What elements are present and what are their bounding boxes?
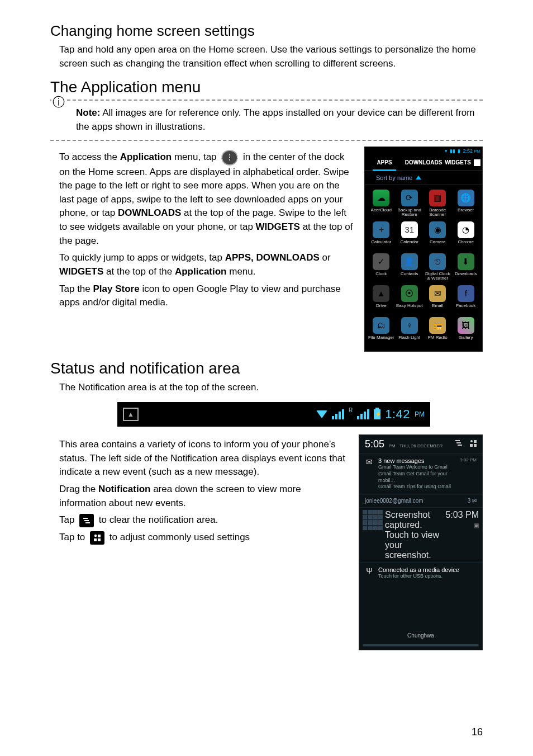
notification-row-screenshot[interactable]: Screenshot captured. Touch to view your …	[359, 507, 482, 563]
notification-title: Screenshot captured.	[385, 510, 443, 530]
status-paragraph-1: The Notification area is at the top of t…	[59, 381, 483, 395]
app-label: Camera	[430, 240, 445, 250]
appmenu-paragraph-1: To access the Application menu, tap ⋮⋮⋮ …	[59, 150, 354, 248]
app-icon[interactable]: ✉Email	[423, 283, 452, 315]
para-changing-home-screen: Tap and hold any open area on the Home s…	[59, 43, 483, 70]
carrier-label: Chunghwa	[359, 628, 482, 644]
app-glyph-icon: ◔	[458, 221, 474, 238]
notification-line: Gmail Team Get Gmail for your mobil…	[378, 471, 455, 484]
app-glyph-icon: ▥	[429, 190, 446, 206]
app-glyph-icon: 🗂	[373, 317, 389, 334]
heading-application-menu: The Application menu	[50, 78, 483, 96]
play-store-icon[interactable]	[474, 159, 480, 166]
app-icon[interactable]: 🌐Browser	[452, 187, 480, 219]
roaming-r-icon: R	[349, 407, 353, 413]
app-icon[interactable]: 🗂File Manager	[367, 315, 396, 347]
note-body: All images are for reference only. The a…	[76, 107, 474, 132]
app-icon[interactable]: ⦿Easy Hotspot	[396, 283, 424, 315]
text-bold: DOWNLOADS	[118, 207, 181, 218]
text: to clear the notification area.	[96, 514, 218, 525]
notification-subtitle: Touch for other USB options.	[378, 573, 477, 580]
screenshot-status-bar: ▲ R ⚡ 1:42 PM	[117, 402, 430, 427]
notification-line: Gmail Team Welcome to Gmail	[378, 464, 455, 471]
notification-row-usb[interactable]: Ψ Connected as a media device Touch for …	[359, 563, 482, 583]
sort-by-name-row[interactable]: Sort by name	[365, 171, 482, 185]
app-icon[interactable]: 👤Contacts	[396, 251, 424, 283]
tab-downloads[interactable]: DOWNLOADS	[404, 155, 443, 171]
drawer-time: 5:05	[365, 438, 384, 450]
app-label: Chrome	[458, 240, 474, 250]
app-icon[interactable]: ♀Flash Light	[396, 315, 424, 347]
text-bold: APPS, DOWNLOADS	[225, 252, 320, 263]
app-icon[interactable]: ⟳Backup and Restore	[396, 187, 424, 219]
notification-line: Gmail Team Tips for using Gmail	[378, 484, 455, 490]
app-label: Downloads	[455, 272, 477, 282]
app-label: Calculator	[371, 240, 391, 250]
text: menu, tap	[172, 152, 219, 162]
text: Tap the	[59, 284, 93, 294]
warning-icon: ⓘ	[51, 94, 66, 111]
usb-icon: Ψ	[365, 566, 374, 575]
app-icon[interactable]: fFacebook	[452, 283, 480, 315]
tab-widgets-label: WIDGETS	[445, 159, 471, 166]
text-bold: WIDGETS	[59, 266, 103, 277]
drawer-handle[interactable]	[363, 644, 479, 646]
app-icon[interactable]: ⬇Downloads	[452, 251, 480, 283]
tab-widgets[interactable]: WIDGETS	[443, 155, 482, 171]
app-icon[interactable]: ＋Calculator	[367, 219, 396, 251]
status-time-pm: PM	[415, 410, 425, 418]
app-glyph-icon: ⦿	[401, 285, 418, 302]
app-glyph-icon: 🌐	[458, 190, 474, 206]
app-icon[interactable]: ▲Drive	[367, 283, 396, 315]
svg-rect-6	[470, 444, 473, 447]
app-glyph-icon: ＋	[373, 221, 389, 238]
text: to adjust commonly used settings	[107, 532, 250, 542]
app-icon[interactable]: 31Calendar	[396, 219, 424, 251]
apps-grid-icon: ⋮⋮⋮	[221, 150, 238, 166]
text: Tap to	[59, 532, 88, 542]
app-glyph-icon: 👤	[401, 253, 418, 270]
svg-rect-7	[474, 444, 477, 447]
mail-icon: ✉	[365, 457, 374, 466]
notification-time: 3:02 PM	[460, 457, 477, 462]
text-bold: WIDGETS	[256, 221, 300, 232]
quick-settings-icon[interactable]	[469, 439, 478, 450]
app-label: Barcode Scanner	[423, 208, 452, 218]
drawer-pm: PM	[389, 443, 396, 448]
app-icon[interactable]: ◉Camera	[423, 219, 452, 251]
app-glyph-icon: ⟳	[401, 190, 418, 206]
app-icon[interactable]: ✓Clock	[367, 251, 396, 283]
picture-icon: ▲	[123, 408, 139, 421]
app-icon[interactable]: ⏲Digital Clock & Weather	[423, 251, 452, 283]
app-label: Browser	[458, 208, 474, 218]
app-icon[interactable]: 🖼Gallery	[452, 315, 480, 347]
notification-title: Connected as a media device	[378, 566, 477, 573]
tab-apps[interactable]: APPS	[365, 155, 404, 171]
clear-notifications-icon[interactable]	[454, 439, 463, 450]
app-icon[interactable]: ☁AcerCloud	[367, 187, 396, 219]
appmenu-paragraph-3: Tap the Play Store icon to open Google P…	[59, 282, 354, 310]
svg-rect-3	[98, 538, 101, 541]
app-label: Drive	[376, 304, 387, 314]
app-icon[interactable]: ▥Barcode Scanner	[423, 187, 452, 219]
text: menu.	[227, 266, 256, 277]
app-label: Gallery	[459, 336, 473, 346]
picture-icon: ▣	[474, 522, 479, 528]
svg-rect-1	[98, 535, 101, 537]
app-icon[interactable]: ◔Chrome	[452, 219, 480, 251]
clear-notifications-icon	[79, 514, 94, 527]
notification-account-row[interactable]: jonlee0002@gmail.com 3 ✉	[359, 494, 482, 507]
app-icon[interactable]: 📻FM Radio	[423, 315, 452, 347]
notification-title: 3 new messages	[378, 457, 455, 464]
note-block: ⓘ Note: All images are for reference onl…	[50, 100, 483, 140]
account-count: 3	[468, 498, 471, 504]
notification-row-gmail[interactable]: ✉ 3 new messages Gmail Team Welcome to G…	[359, 453, 482, 494]
status-time: 2:52 PM	[463, 148, 480, 154]
app-label: Flash Light	[398, 336, 420, 346]
text: Drag the	[59, 484, 98, 494]
note-label: Note:	[76, 107, 100, 118]
app-label: AcerCloud	[371, 208, 392, 218]
app-glyph-icon: ☁	[373, 190, 389, 206]
battery-icon: ▮	[458, 148, 460, 154]
app-glyph-icon: ⏲	[429, 253, 446, 270]
